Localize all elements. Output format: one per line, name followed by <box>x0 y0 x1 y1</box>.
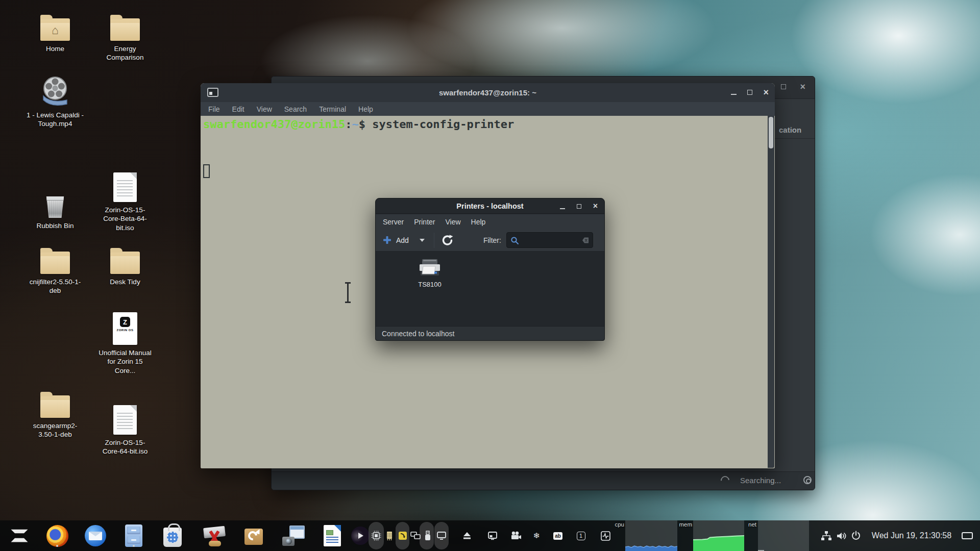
filter-search-box[interactable] <box>506 232 593 248</box>
cpu-indicator[interactable] <box>371 520 382 551</box>
clock[interactable]: Wed Jun 19, 21:30:58 <box>871 520 952 551</box>
printers-titlebar[interactable]: Printers - localhost × <box>376 198 604 214</box>
desktop-icon-zorin-core-iso[interactable]: Zorin-OS-15-Core-64-bit.iso <box>92 405 158 456</box>
desktop-icon-lewis-capaldi-video[interactable]: 1 - Lewis Capaldi - Tough.mp4 <box>22 76 88 129</box>
video-camera-indicator[interactable] <box>510 520 522 551</box>
close-button[interactable]: × <box>593 203 598 209</box>
document-icon <box>113 405 137 435</box>
toolbar-separator <box>434 233 434 248</box>
display-time-indicator[interactable] <box>487 520 498 551</box>
menu-edit[interactable]: Edit <box>228 104 249 115</box>
media-player-launcher[interactable] <box>351 524 370 547</box>
menu-view[interactable]: View <box>440 216 465 228</box>
desktop-icon-rubbish-bin[interactable]: Rubbish Bin <box>22 196 88 230</box>
add-printer-button[interactable]: Add <box>376 236 425 244</box>
software-bag-icon <box>163 528 182 547</box>
text-cursor-pointer <box>344 281 352 304</box>
desktop-icon-desk-tidy[interactable]: Desk Tidy <box>92 252 158 286</box>
terminal-scrollbar[interactable] <box>768 116 774 468</box>
two-monitors-icon <box>410 531 421 540</box>
firefox-launcher[interactable] <box>45 524 69 547</box>
desktop-icon-label: Desk Tidy <box>110 278 140 286</box>
system-monitor-indicator[interactable] <box>600 520 610 551</box>
thunderbird-launcher[interactable] <box>84 524 107 547</box>
location-column-header[interactable]: cation <box>779 126 801 134</box>
freeze-indicator[interactable]: ❄ <box>531 520 542 551</box>
printer-item-ts8100[interactable]: TS8100 <box>408 258 451 288</box>
net-graph[interactable] <box>758 520 809 551</box>
cpu-graph-label: cpu <box>611 521 624 528</box>
cpu-graph[interactable] <box>625 520 677 551</box>
display-indicator[interactable] <box>435 520 448 551</box>
maximize-button[interactable] <box>781 84 786 89</box>
printers-list-area[interactable]: TS8100 <box>376 252 604 326</box>
certificates-launcher[interactable] <box>203 524 226 547</box>
maximize-button[interactable] <box>577 204 581 209</box>
file-manager-launcher[interactable] <box>122 524 145 547</box>
column-divider <box>772 138 815 139</box>
desktop-icon-label: 1 - Lewis Capaldi - Tough.mp4 <box>27 111 84 129</box>
show-desktop-button[interactable] <box>962 532 973 539</box>
printers-statusbar: Connected to localhost <box>376 326 604 340</box>
minimize-button[interactable] <box>731 94 737 95</box>
snowflake-icon: ❄ <box>533 531 540 540</box>
network-computers-indicator[interactable] <box>410 520 421 551</box>
eject-icon <box>462 532 472 540</box>
clear-filter-icon[interactable] <box>580 236 589 244</box>
filter-input[interactable] <box>521 233 578 247</box>
taskbar[interactable]: ❄ ab 1 cpu mem net <box>0 520 980 551</box>
software-store-launcher[interactable] <box>161 524 184 547</box>
stop-search-icon[interactable] <box>803 476 812 484</box>
power-tray[interactable] <box>849 520 863 551</box>
keyboard-layout-indicator[interactable]: ab <box>553 520 563 551</box>
software-updater-launcher[interactable] <box>242 524 265 547</box>
usb-icon <box>424 531 431 541</box>
menu-view[interactable]: View <box>252 104 277 115</box>
desktop-icon-zorin-beta-iso[interactable]: Zorin-OS-15-Core-Beta-64-bit.iso <box>92 172 158 232</box>
terminal-titlebar[interactable]: swarfendor437@zorin15: ~ × <box>201 83 775 102</box>
certificate-icon <box>203 524 226 547</box>
desktop-icon-label: Unofficial Manual for Zorin 15 Core... <box>96 348 154 375</box>
desktop-icon-label: cnijfilter2-5.50-1-deb <box>27 278 84 295</box>
memory-indicator[interactable] <box>384 520 395 551</box>
document-icon <box>113 172 137 202</box>
zorin-menu-button[interactable] <box>8 524 31 547</box>
terminal-app-icon <box>207 88 218 97</box>
printers-dialog[interactable]: Printers - localhost × Server Printer Vi… <box>375 198 605 341</box>
refresh-button[interactable] <box>442 234 454 246</box>
zorin-logo-icon <box>8 524 31 547</box>
menu-help[interactable]: Help <box>354 104 378 115</box>
writer-icon <box>324 525 341 546</box>
desktop-icon-scangearmp2[interactable]: scangearmp2-3.50-1-deb <box>22 395 88 439</box>
volume-tray[interactable] <box>835 520 848 551</box>
menu-terminal[interactable]: Terminal <box>314 104 351 115</box>
menu-file[interactable]: File <box>204 104 225 115</box>
terminal-title: swarfendor437@zorin15: ~ <box>201 88 775 97</box>
pulse-monitor-icon <box>601 531 610 541</box>
desktop-icon-home[interactable]: ⌂ Home <box>22 18 88 53</box>
menu-search[interactable]: Search <box>280 104 311 115</box>
scrollbar-thumb[interactable] <box>769 117 773 148</box>
desktop-icon-energy-comparison[interactable]: Energy Comparison <box>92 18 158 62</box>
menu-server[interactable]: Server <box>378 216 409 228</box>
volume-icon <box>836 531 847 541</box>
screenshot-tool-launcher[interactable] <box>282 524 305 547</box>
eject-indicator[interactable] <box>461 520 473 551</box>
close-button[interactable]: × <box>800 84 805 90</box>
minimize-button[interactable] <box>560 208 565 209</box>
close-button[interactable]: × <box>763 89 769 95</box>
menu-printer[interactable]: Printer <box>409 216 440 228</box>
usb-indicator[interactable] <box>423 520 433 551</box>
libreoffice-writer-launcher[interactable] <box>321 524 344 547</box>
maximize-button[interactable] <box>747 90 752 95</box>
menu-help[interactable]: Help <box>466 216 491 228</box>
desktop-icon-unofficial-manual[interactable]: Z ZORIN OS Unofficial Manual for Zorin 1… <box>92 312 158 375</box>
desktop-icon-label: Rubbish Bin <box>37 221 74 230</box>
disk-activity-indicator[interactable] <box>397 520 408 551</box>
chevron-down-icon[interactable] <box>420 239 425 242</box>
network-tray[interactable] <box>820 520 833 551</box>
workspace-switcher[interactable]: 1 <box>576 520 586 551</box>
desktop-icon-cnijfilter2[interactable]: cnijfilter2-5.50-1-deb <box>22 252 88 295</box>
printers-toolbar: Add Filter: <box>376 229 604 252</box>
mem-graph[interactable] <box>693 520 744 551</box>
